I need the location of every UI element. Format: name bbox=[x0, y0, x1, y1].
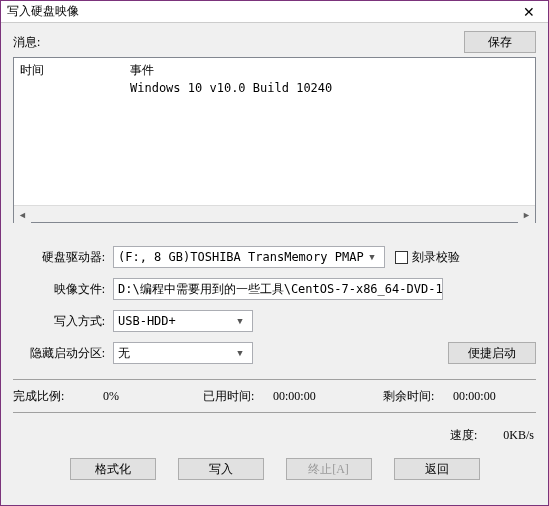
separator bbox=[13, 412, 536, 413]
abort-button[interactable]: 终止[A] bbox=[286, 458, 372, 480]
speed-value: 0KB/s bbox=[503, 428, 534, 443]
log-entry: Windows 10 v10.0 Build 10240 bbox=[130, 81, 529, 95]
method-select-value: USB-HDD+ bbox=[118, 314, 176, 328]
save-button[interactable]: 保存 bbox=[464, 31, 536, 53]
window-title: 写入硬盘映像 bbox=[7, 3, 79, 20]
scroll-left-icon[interactable]: ◄ bbox=[14, 206, 31, 223]
log-column-event: 事件 bbox=[130, 62, 529, 79]
verify-checkbox[interactable]: 刻录校验 bbox=[395, 249, 460, 266]
log-list: 时间 事件 Windows 10 v10.0 Build 10240 ◄ ► bbox=[13, 57, 536, 223]
drive-select[interactable]: (F:, 8 GB)TOSHIBA TransMemory PMAP ▼ bbox=[113, 246, 385, 268]
drive-label: 硬盘驱动器: bbox=[13, 249, 113, 266]
form-area: 硬盘驱动器: (F:, 8 GB)TOSHIBA TransMemory PMA… bbox=[13, 245, 536, 373]
speed-label: 速度: bbox=[450, 427, 477, 444]
image-path-field[interactable]: D:\编程中需要用到的一些工具\CentOS-7-x86_64-DVD-1511… bbox=[113, 278, 443, 300]
image-label: 映像文件: bbox=[13, 281, 113, 298]
chevron-down-icon: ▼ bbox=[232, 348, 248, 358]
hidden-select-value: 无 bbox=[118, 345, 130, 362]
dialog-window: 写入硬盘映像 ✕ 消息: 保存 时间 事件 Windows 10 v10.0 B… bbox=[0, 0, 549, 506]
remain-label: 剩余时间: bbox=[383, 388, 453, 405]
write-button[interactable]: 写入 bbox=[178, 458, 264, 480]
back-button[interactable]: 返回 bbox=[394, 458, 480, 480]
action-buttons: 格式化 写入 终止[A] 返回 bbox=[13, 458, 536, 480]
portable-boot-button[interactable]: 便捷启动 bbox=[448, 342, 536, 364]
content-area: 消息: 保存 时间 事件 Windows 10 v10.0 Build 1024… bbox=[1, 23, 548, 505]
horizontal-scrollbar[interactable]: ◄ ► bbox=[14, 205, 535, 222]
format-button[interactable]: 格式化 bbox=[70, 458, 156, 480]
elapsed-label: 已用时间: bbox=[203, 388, 273, 405]
verify-checkbox-label: 刻录校验 bbox=[412, 249, 460, 266]
chevron-down-icon: ▼ bbox=[364, 252, 380, 262]
hidden-label: 隐藏启动分区: bbox=[13, 345, 113, 362]
done-label: 完成比例: bbox=[13, 388, 103, 405]
remain-value: 00:00:00 bbox=[453, 389, 496, 404]
method-label: 写入方式: bbox=[13, 313, 113, 330]
image-path-value: D:\编程中需要用到的一些工具\CentOS-7-x86_64-DVD-1511… bbox=[118, 281, 443, 298]
chevron-down-icon: ▼ bbox=[232, 316, 248, 326]
scroll-track[interactable] bbox=[31, 206, 518, 222]
done-value: 0% bbox=[103, 389, 203, 404]
messages-label: 消息: bbox=[13, 34, 40, 51]
drive-select-value: (F:, 8 GB)TOSHIBA TransMemory PMAP bbox=[118, 250, 364, 264]
hidden-select[interactable]: 无 ▼ bbox=[113, 342, 253, 364]
progress-stats: 完成比例: 0% 已用时间: 00:00:00 剩余时间: 00:00:00 bbox=[13, 386, 536, 406]
titlebar: 写入硬盘映像 ✕ bbox=[1, 1, 548, 23]
method-select[interactable]: USB-HDD+ ▼ bbox=[113, 310, 253, 332]
elapsed-value: 00:00:00 bbox=[273, 389, 383, 404]
checkbox-box bbox=[395, 251, 408, 264]
separator bbox=[13, 379, 536, 380]
close-icon[interactable]: ✕ bbox=[510, 1, 548, 23]
scroll-right-icon[interactable]: ► bbox=[518, 206, 535, 223]
log-column-time: 时间 bbox=[20, 62, 130, 79]
